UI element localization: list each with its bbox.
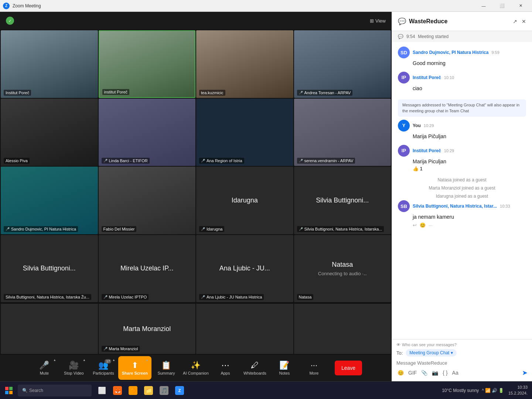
video-cell-empty-1 bbox=[1, 304, 98, 354]
summary-button[interactable]: 📋 Summary bbox=[151, 356, 181, 380]
mute-button[interactable]: 🎤 ▲ Mute bbox=[30, 356, 59, 380]
muted-icon-9: 🎤 bbox=[6, 227, 10, 231]
participant-center-name-15: Ana Ljubic - JU... bbox=[219, 265, 270, 272]
time-display[interactable]: 10:33 15.2.2024. bbox=[508, 385, 528, 396]
video-cell-2: institut Poreč bbox=[99, 30, 196, 98]
chat-bubble-icon: 💬 bbox=[398, 17, 406, 25]
participant-label-14: Mirela Uzelac IPTPO bbox=[109, 295, 147, 299]
chat-to-row: To: Meeting Group Chat ▾ bbox=[396, 349, 528, 357]
reply-icon[interactable]: ↩ bbox=[413, 222, 417, 228]
chat-messages[interactable]: SD Sandro Dujmovic, PI Natura Histrica 9… bbox=[392, 42, 532, 339]
emoji-picker-icon[interactable]: 😊 bbox=[396, 369, 405, 377]
message-text-1: Good morning bbox=[398, 60, 526, 67]
participant-name-2: institut Poreč bbox=[102, 89, 130, 95]
chat-visibility: 👁 Who can see your messages? bbox=[396, 342, 528, 347]
whiteboards-label: Whiteboards bbox=[243, 371, 266, 375]
screenshot-icon[interactable]: 📷 bbox=[431, 369, 439, 377]
attachment-icon[interactable]: 📎 bbox=[420, 369, 429, 377]
video-cell-7: 🎤 Ana Region of Istria bbox=[196, 99, 293, 166]
view-button[interactable]: ⊞ View bbox=[370, 18, 386, 24]
video-area: ✓ ⊞ View Institut Poreč institut Poreč bbox=[0, 12, 392, 381]
more-actions-icon[interactable]: ··· bbox=[429, 222, 433, 228]
summary-icon: 📋 bbox=[161, 361, 171, 370]
message-group-3: Y You 10:29 Marija Pičuljan bbox=[398, 120, 526, 140]
taskbar-search[interactable]: 🔍 Search bbox=[18, 385, 92, 396]
more-button[interactable]: ··· More bbox=[299, 356, 329, 380]
main-content: ✓ ⊞ View Institut Poreč institut Poreč bbox=[0, 12, 532, 381]
meeting-started-label: Meeting started bbox=[418, 34, 449, 39]
taskbar-task-view[interactable]: ⬜ bbox=[95, 383, 109, 398]
maximize-button[interactable]: ⬜ bbox=[494, 1, 511, 11]
participant-label-11: Idarugna bbox=[207, 227, 222, 231]
popout-icon[interactable]: ↗ bbox=[513, 18, 517, 24]
participants-icon: 👥17 bbox=[98, 361, 108, 370]
send-button[interactable]: ➤ bbox=[522, 369, 528, 377]
participant-label-7: Ana Region of Istria bbox=[207, 158, 242, 163]
message-group-5: SB Silvia Buttignoni, Natura Histrica, I… bbox=[398, 200, 526, 228]
weather-info: 10°C Mostly sunny bbox=[442, 388, 479, 393]
participants-button[interactable]: 👥17 ▲ Participants bbox=[89, 356, 118, 380]
sender-time-3: 10:29 bbox=[424, 123, 434, 128]
mute-caret[interactable]: ▲ bbox=[53, 358, 56, 362]
video-cell-3: tea.kuzmicic bbox=[196, 30, 293, 98]
taskbar-files[interactable]: 📁 bbox=[141, 383, 156, 398]
close-chat-icon[interactable]: ✕ bbox=[522, 18, 526, 24]
ai-label: AI Companion bbox=[183, 371, 209, 375]
vlc-icon: 🔶 bbox=[129, 386, 137, 395]
participant-center-name-16: Natasa bbox=[332, 261, 353, 269]
ai-icon: ✨ bbox=[191, 361, 201, 370]
message-text-2: ciao bbox=[398, 85, 526, 92]
title-bar: Z Zoom Meeting — ⬜ ✕ bbox=[0, 0, 532, 12]
chevron-up-icon[interactable]: ^ bbox=[482, 388, 484, 393]
close-button[interactable]: ✕ bbox=[512, 1, 529, 11]
share-caret[interactable]: ▲ bbox=[146, 358, 149, 362]
system-msg-idarugna: Idarugna joined as a guest bbox=[398, 192, 526, 200]
participant-name-marta: 🎤 Marta Moranziol bbox=[102, 346, 140, 352]
notes-button[interactable]: 📝 Notes bbox=[270, 356, 299, 380]
volume-icon[interactable]: 🔊 bbox=[492, 388, 497, 393]
gif-icon[interactable]: GIF bbox=[407, 369, 418, 377]
participant-label-marta: Marta Moranziol bbox=[109, 347, 138, 351]
ai-companion-button[interactable]: ✨ AI Companion bbox=[181, 356, 211, 380]
muted-icon-7: 🎤 bbox=[201, 159, 205, 163]
message-group-1: SD Sandro Dujmovic, PI Natura Histrica 9… bbox=[398, 47, 526, 67]
leave-button[interactable]: Leave bbox=[335, 361, 362, 375]
video-cell-1: Institut Poreč bbox=[1, 30, 98, 98]
participants-caret[interactable]: ▲ bbox=[112, 358, 115, 362]
chat-info-box: Messages addressed to "Meeting Group Cha… bbox=[398, 99, 526, 117]
taskbar-firefox[interactable]: 🦊 bbox=[110, 383, 125, 398]
message-input[interactable] bbox=[396, 359, 528, 367]
battery-icon[interactable]: 🔋 bbox=[498, 388, 504, 393]
participant-label-9: Sandro Dujmovic, PI Natura Histrica bbox=[11, 227, 76, 231]
participant-center-name-11: Idarugna bbox=[232, 197, 258, 204]
apps-label: Apps bbox=[221, 371, 230, 375]
minimize-button[interactable]: — bbox=[475, 1, 492, 11]
share-screen-button[interactable]: ⬆ ▲ Share Screen bbox=[118, 356, 151, 380]
network-icon[interactable]: 📶 bbox=[485, 388, 491, 393]
sender-time-5: 10:33 bbox=[500, 204, 510, 208]
video-caret[interactable]: ▲ bbox=[83, 358, 86, 362]
chat-icon-small: 💬 bbox=[398, 34, 403, 39]
format-icon[interactable]: Aa bbox=[451, 369, 460, 377]
video-cell-marta: Marta Moranziol 🎤 Marta Moranziol bbox=[99, 304, 196, 354]
taskbar-zoom[interactable]: Z bbox=[172, 383, 187, 398]
stop-video-button[interactable]: 🎥 ▲ Stop Video bbox=[59, 356, 89, 380]
video-cell-11: Idarugna 🎤 Idarugna bbox=[196, 167, 293, 234]
to-dropdown[interactable]: Meeting Group Chat ▾ bbox=[406, 349, 457, 357]
participant-label-15: Ana Ljubic - JU Natura Histrica bbox=[207, 295, 262, 299]
muted-icon-4: 🎤 bbox=[299, 91, 303, 95]
apps-button[interactable]: ⋯ Apps bbox=[211, 356, 240, 380]
notes-icon: 📝 bbox=[279, 361, 289, 370]
participant-label-1: Institut Poreč bbox=[6, 91, 29, 95]
video-cell-16: Natasa Connecting to audio ·‥ Natasa bbox=[294, 235, 391, 303]
message-text-5: ja nemam kameru bbox=[398, 214, 526, 221]
video-grid: Institut Poreč institut Poreč tea.kuzmic… bbox=[0, 30, 392, 303]
participant-name-12: 🎤 Silvia Buttignoni, Natura Histrica, Is… bbox=[297, 226, 384, 232]
whiteboards-button[interactable]: 🖊 Whiteboards bbox=[240, 356, 270, 380]
code-icon[interactable]: { } bbox=[441, 369, 449, 377]
taskbar-audio[interactable]: 🎵 bbox=[157, 383, 171, 398]
zoom-taskbar-icon: Z bbox=[175, 386, 184, 395]
taskbar-vlc[interactable]: 🔶 bbox=[126, 383, 140, 398]
start-button[interactable] bbox=[1, 383, 16, 398]
emoji-icon[interactable]: 😊 bbox=[420, 222, 426, 228]
